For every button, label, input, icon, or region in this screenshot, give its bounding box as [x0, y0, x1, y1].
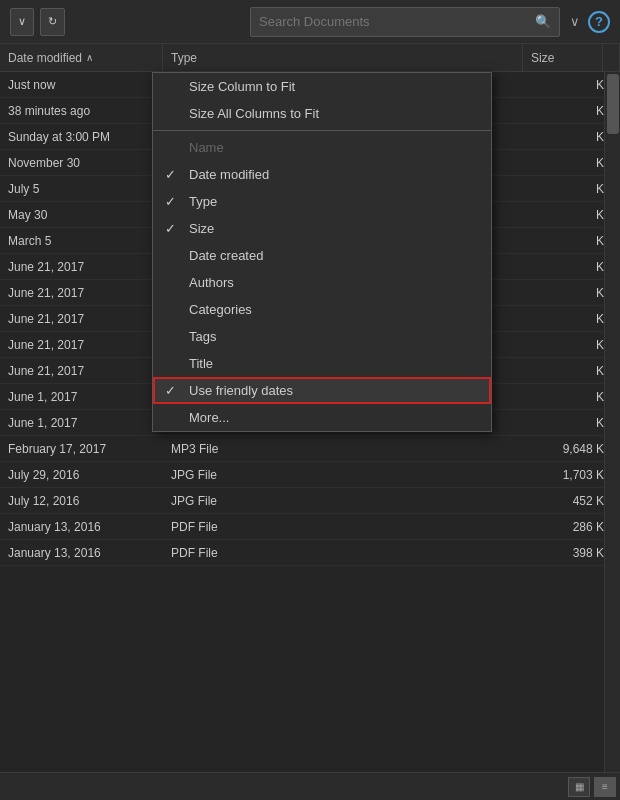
scrollbar[interactable] [604, 72, 620, 772]
scrollbar-thumb[interactable] [607, 74, 619, 134]
menu-item-date-created[interactable]: Date created [153, 242, 491, 269]
file-date: February 17, 2017 [0, 442, 163, 456]
scrollbar-space [603, 44, 620, 71]
file-date: January 13, 2016 [0, 520, 163, 534]
menu-item-date-modified[interactable]: ✓Date modified [153, 161, 491, 188]
checkmark-icon: ✓ [165, 383, 176, 398]
menu-item-name: Name [153, 134, 491, 161]
menu-item-authors[interactable]: Authors [153, 269, 491, 296]
menu-item-more[interactable]: More... [153, 404, 491, 431]
file-date: March 5 [0, 234, 163, 248]
help-icon[interactable]: ? [588, 11, 610, 33]
menu-item-type[interactable]: ✓Type [153, 188, 491, 215]
checkmark-icon: ✓ [165, 221, 176, 236]
file-date: May 30 [0, 208, 163, 222]
file-date: June 21, 2017 [0, 364, 163, 378]
file-type: PDF File [163, 520, 540, 534]
file-type: JPG File [163, 494, 540, 508]
dropdown-button[interactable]: ∨ [10, 8, 34, 36]
col-header-date-modified[interactable]: Date modified ∧ [0, 44, 163, 71]
file-type: PDF File [163, 546, 540, 560]
menu-item-size-column-to-fit[interactable]: Size Column to Fit [153, 73, 491, 100]
sort-indicator: ∧ [86, 52, 93, 63]
file-date: July 5 [0, 182, 163, 196]
file-date: July 12, 2016 [0, 494, 163, 508]
file-date: 38 minutes ago [0, 104, 163, 118]
file-date: June 1, 2017 [0, 390, 163, 404]
checkmark-icon: ✓ [165, 167, 176, 182]
view-list-button[interactable]: ≡ [594, 777, 616, 797]
menu-item-use-friendly-dates[interactable]: ✓Use friendly dates [153, 377, 491, 404]
view-details-button[interactable]: ▦ [568, 777, 590, 797]
column-headers: Date modified ∧ Type Size [0, 44, 620, 72]
file-date: June 1, 2017 [0, 416, 163, 430]
checkmark-icon: ✓ [165, 194, 176, 209]
menu-item-title[interactable]: Title [153, 350, 491, 377]
file-date: Just now [0, 78, 163, 92]
file-type: MP3 File [163, 442, 540, 456]
search-bar: 🔍 [250, 7, 560, 37]
file-date: June 21, 2017 [0, 312, 163, 326]
status-bar: ▦ ≡ [0, 772, 620, 800]
col-header-type[interactable]: Type [163, 44, 523, 71]
menu-separator [153, 130, 491, 131]
context-menu: Size Column to FitSize All Columns to Fi… [152, 72, 492, 432]
table-row[interactable]: January 13, 2016 PDF File 398 KB [0, 540, 620, 566]
file-date: Sunday at 3:00 PM [0, 130, 163, 144]
file-date: November 30 [0, 156, 163, 170]
file-type: JPG File [163, 468, 540, 482]
search-input[interactable] [259, 14, 535, 29]
menu-item-size-all-columns-to-fit[interactable]: Size All Columns to Fit [153, 100, 491, 127]
col-header-size[interactable]: Size [523, 44, 603, 71]
table-row[interactable]: January 13, 2016 PDF File 286 KB [0, 514, 620, 540]
table-row[interactable]: July 12, 2016 JPG File 452 KB [0, 488, 620, 514]
file-date: January 13, 2016 [0, 546, 163, 560]
top-bar: ∨ ↻ 🔍 ∨ ? [0, 0, 620, 44]
file-date: June 21, 2017 [0, 286, 163, 300]
menu-item-categories[interactable]: Categories [153, 296, 491, 323]
menu-item-tags[interactable]: Tags [153, 323, 491, 350]
file-date: June 21, 2017 [0, 260, 163, 274]
file-date: June 21, 2017 [0, 338, 163, 352]
refresh-button[interactable]: ↻ [40, 8, 65, 36]
table-row[interactable]: July 29, 2016 JPG File 1,703 KB [0, 462, 620, 488]
menu-item-size[interactable]: ✓Size [153, 215, 491, 242]
search-icon[interactable]: 🔍 [535, 14, 551, 29]
collapse-icon[interactable]: ∨ [570, 14, 580, 29]
file-date: July 29, 2016 [0, 468, 163, 482]
table-row[interactable]: February 17, 2017 MP3 File 9,648 KB [0, 436, 620, 462]
